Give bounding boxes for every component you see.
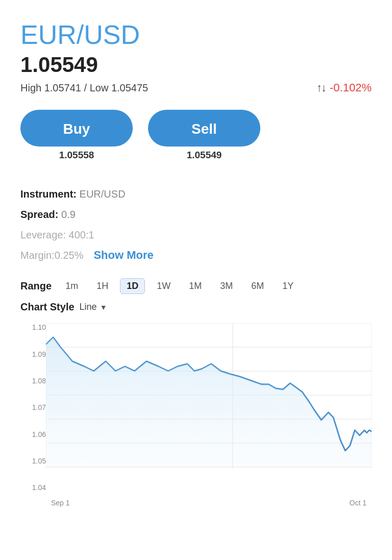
arrows-icon: ↑↓	[316, 81, 326, 94]
trade-prices-row: 1.05558 1.05549	[20, 150, 372, 161]
change-percent: -0.102%	[330, 81, 372, 94]
price-info-row: High 1.05741 / Low 1.05475 ↑↓ -0.102%	[20, 81, 372, 94]
range-1mo[interactable]: 1M	[182, 278, 208, 294]
y-label-1.05: 1.05	[20, 457, 46, 465]
spread-label: Spread:	[20, 209, 58, 220]
buy-button-label: Buy	[63, 121, 90, 137]
x-axis: Sep 1 Oct 1	[46, 499, 372, 507]
range-6m[interactable]: 6M	[244, 278, 271, 294]
y-label-1.09: 1.09	[20, 350, 46, 358]
currency-pair-title: EUR/USD	[20, 20, 372, 50]
margin-line: Margin: 0.25% Show More	[20, 248, 372, 263]
y-label-1.08: 1.08	[20, 377, 46, 385]
buy-button[interactable]: Buy	[20, 110, 133, 147]
instrument-label: Instrument:	[20, 188, 77, 200]
chart-style-value: Line	[80, 302, 97, 312]
y-label-1.06: 1.06	[20, 430, 46, 439]
instrument-value: EUR/USD	[80, 188, 126, 200]
range-1m[interactable]: 1m	[59, 278, 85, 294]
main-price: 1.05549	[20, 53, 372, 77]
range-label: Range	[20, 280, 52, 292]
range-3m[interactable]: 3M	[213, 278, 239, 294]
instrument-line: Instrument: EUR/USD	[20, 186, 372, 202]
leverage-line: Leverage: 400:1	[20, 227, 372, 242]
range-1w[interactable]: 1W	[150, 278, 177, 294]
buy-price: 1.05558	[20, 150, 133, 161]
buy-sell-row: Buy Sell	[20, 110, 372, 147]
x-label-sep1: Sep 1	[51, 499, 70, 507]
sell-button[interactable]: Sell	[148, 110, 260, 147]
chart-svg	[46, 323, 372, 492]
y-label-1.10: 1.10	[20, 323, 46, 331]
range-1y[interactable]: 1Y	[276, 278, 300, 294]
change-row: ↑↓ -0.102%	[316, 81, 372, 94]
range-1h[interactable]: 1H	[90, 278, 115, 294]
margin-value: 0.25%	[55, 248, 84, 263]
sell-button-label: Sell	[191, 121, 217, 137]
high-low-text: High 1.05741 / Low 1.05475	[20, 82, 148, 94]
y-label-1.07: 1.07	[20, 403, 46, 411]
spread-value: 0.9	[61, 209, 76, 220]
leverage-value: 400:1	[69, 229, 94, 240]
show-more-button[interactable]: Show More	[93, 249, 153, 262]
sell-price: 1.05549	[148, 150, 260, 161]
leverage-label: Leverage:	[20, 229, 66, 240]
chart-style-row: Chart Style Line ▼	[20, 301, 372, 313]
range-row: Range 1m 1H 1D 1W 1M 3M 6M 1Y	[20, 278, 372, 294]
range-1d[interactable]: 1D	[120, 278, 145, 294]
x-label-oct1: Oct 1	[350, 499, 366, 507]
dropdown-arrow-icon: ▼	[100, 303, 107, 311]
chart-style-label: Chart Style	[20, 301, 75, 313]
margin-label: Margin:	[20, 248, 55, 263]
spread-line: Spread: 0.9	[20, 207, 372, 222]
y-label-1.04: 1.04	[20, 483, 46, 492]
chart-style-select[interactable]: Line ▼	[80, 302, 107, 312]
range-section: Range 1m 1H 1D 1W 1M 3M 6M 1Y Chart Styl…	[20, 278, 372, 313]
instrument-section: Instrument: EUR/USD Spread: 0.9 Leverage…	[20, 181, 372, 263]
y-axis: 1.10 1.09 1.08 1.07 1.06 1.05 1.04	[20, 323, 46, 492]
price-chart: 1.10 1.09 1.08 1.07 1.06 1.05 1.04	[20, 323, 372, 507]
